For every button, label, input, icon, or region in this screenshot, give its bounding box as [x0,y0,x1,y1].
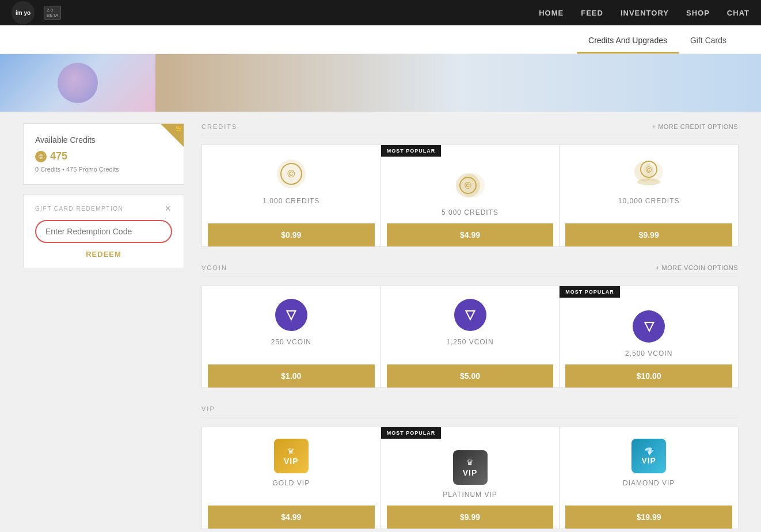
left-panel: 👑 Available Credits © 475 0 Credits • 47… [23,123,184,532]
product-name-2500-vcoin: 2,500 VCOIN [625,349,672,358]
platinum-vip-icon: ♛ VIP [453,450,488,485]
main-nav: HOME FEED INVENTORY SHOP CHAT [539,9,749,17]
credits-product-grid: © 1,000 CREDITS $0.99 MOST POPULAR [201,145,738,247]
credits-amount: © 475 [35,150,172,162]
credits-box: 👑 Available Credits © 475 0 Credits • 47… [23,123,184,185]
most-popular-badge-credits: MOST POPULAR [381,145,442,157]
svg-text:©: © [465,181,471,191]
hero-decoration [58,63,98,103]
hero-banner [0,54,761,112]
tab-gift-cards[interactable]: Gift Cards [679,29,738,54]
more-credits-link[interactable]: + MORE CREDIT OPTIONS [652,123,738,130]
buy-2500-vcoin-button[interactable]: $10.00 [565,364,732,387]
gold-vip-icon: ♛ VIP [274,439,309,473]
sub-nav: Credits And Upgrades Gift Cards [0,25,761,54]
nav-shop[interactable]: SHOP [686,9,710,17]
logo[interactable]: im yo [12,1,35,24]
nav-feed[interactable]: FEED [581,9,603,17]
vip-section-header: VIP [201,405,738,417]
hero-left [0,54,155,112]
vip-product-grid: ♛ VIP GOLD VIP $4.99 MOST POPULAR ♛ VIP [201,427,738,529]
platinum-vip-badge: ♛ VIP [453,450,488,485]
gift-card-close-icon[interactable]: ✕ [165,204,173,213]
nav-chat[interactable]: CHAT [727,9,749,17]
coin-double-icon: © [453,168,488,203]
redemption-input-wrapper [35,220,172,243]
credits-section: CREDITS + MORE CREDIT OPTIONS © 1,000 CR… [201,123,738,247]
redeem-button[interactable]: REDEEM [35,250,172,259]
main-content: 👑 Available Credits © 475 0 Credits • 47… [0,112,761,532]
product-card-2500-vcoin: MOST POPULAR ▽ 2,500 VCOIN $10.00 [559,286,739,388]
buy-10000-credits-button[interactable]: $9.99 [565,223,732,246]
right-panel: CREDITS + MORE CREDIT OPTIONS © 1,000 CR… [201,123,738,532]
nav-home[interactable]: HOME [539,9,564,17]
logo-text: im yo [16,10,31,16]
vcoin-1250-icon: ▽ [453,298,488,332]
svg-text:©: © [287,168,295,180]
coin-single-icon: © [274,157,309,191]
credits-section-header: CREDITS + MORE CREDIT OPTIONS [201,123,738,135]
more-vcoin-link[interactable]: + MORE VCOIN OPTIONS [656,264,738,271]
vcoin-250-icon: ▽ [274,298,309,332]
credits-title: Available Credits [35,135,172,145]
gift-card-section: GIFT CARD REDEMPTION ✕ REDEEM [23,194,184,268]
product-card-1250-vcoin: ▽ 1,250 VCOIN $5.00 [380,286,560,388]
buy-5000-credits-button[interactable]: $4.99 [387,223,554,246]
vcoin-circle-large: ▽ [633,310,665,343]
product-name-diamond-vip: DIAMOND VIP [623,479,675,487]
buy-platinum-vip-button[interactable]: $9.99 [387,506,554,529]
buy-diamond-vip-button[interactable]: $19.99 [565,506,732,529]
most-popular-badge-vip: MOST POPULAR [381,427,442,439]
diamond-vip-badge: 💎 VIP [631,439,666,473]
vip-section: VIP ♛ VIP GOLD VIP $4.99 MOST POP [201,405,738,529]
vip-section-title: VIP [201,405,215,412]
credits-icon: © [35,151,47,162]
credits-section-title: CREDITS [201,123,237,130]
diamond-vip-icon: 💎 VIP [631,439,666,473]
buy-gold-vip-button[interactable]: $4.99 [208,506,375,529]
product-card-platinum-vip: MOST POPULAR ♛ VIP PLATINUM VIP $9.99 [380,427,560,529]
product-card-5000-credits: MOST POPULAR © 5,000 CREDITS $4.99 [380,145,560,247]
product-name-10000: 10,000 CREDITS [618,197,680,205]
svg-text:©: © [646,165,652,174]
vcoin-section: VCOIN + MORE VCOIN OPTIONS ▽ 250 VCOIN $… [201,264,738,388]
most-popular-badge-vcoin: MOST POPULAR [560,286,620,298]
coin-stack-icon: © [631,157,666,191]
product-name-1250-vcoin: 1,250 VCOIN [446,338,493,346]
hero-right [155,54,761,112]
beta-badge: 2.0BETA [44,6,61,20]
gift-card-title: GIFT CARD REDEMPTION [35,206,123,212]
buy-250-vcoin-button[interactable]: $1.00 [208,364,375,387]
credits-detail: 0 Credits • 475 Promo Credits [35,166,172,173]
product-card-1000-credits: © 1,000 CREDITS $0.99 [201,145,381,247]
product-card-250-vcoin: ▽ 250 VCOIN $1.00 [201,286,381,388]
product-card-10000-credits: © 10,000 CREDITS $9.99 [559,145,739,247]
gift-card-label: GIFT CARD REDEMPTION ✕ [35,204,172,213]
credits-number: 475 [50,150,67,162]
tab-credits-upgrades[interactable]: Credits And Upgrades [577,29,679,54]
product-name-5000: 5,000 CREDITS [442,208,499,216]
product-name-250-vcoin: 250 VCOIN [271,338,311,346]
buy-1250-vcoin-button[interactable]: $5.00 [387,364,554,387]
header: im yo 2.0BETA HOME FEED INVENTORY SHOP C… [0,0,761,25]
product-card-gold-vip: ♛ VIP GOLD VIP $4.99 [201,427,381,529]
nav-inventory[interactable]: INVENTORY [621,9,669,17]
redemption-code-input[interactable] [36,221,171,242]
vcoin-circle-small: ▽ [275,299,307,331]
vcoin-section-title: VCOIN [201,264,227,271]
vcoin-section-header: VCOIN + MORE VCOIN OPTIONS [201,264,738,276]
vcoin-circle-medium: ▽ [454,299,486,331]
vcoin-2500-icon: ▽ [631,309,666,344]
buy-1000-credits-button[interactable]: $0.99 [208,223,375,246]
gold-vip-badge: ♛ VIP [274,439,309,473]
product-name-gold-vip: GOLD VIP [272,479,310,487]
product-name-1000: 1,000 CREDITS [262,197,319,205]
vcoin-product-grid: ▽ 250 VCOIN $1.00 ▽ 1,250 VCOIN $5.00 [201,286,738,388]
product-name-platinum-vip: PLATINUM VIP [443,491,497,499]
product-card-diamond-vip: 💎 VIP DIAMOND VIP $19.99 [559,427,739,529]
